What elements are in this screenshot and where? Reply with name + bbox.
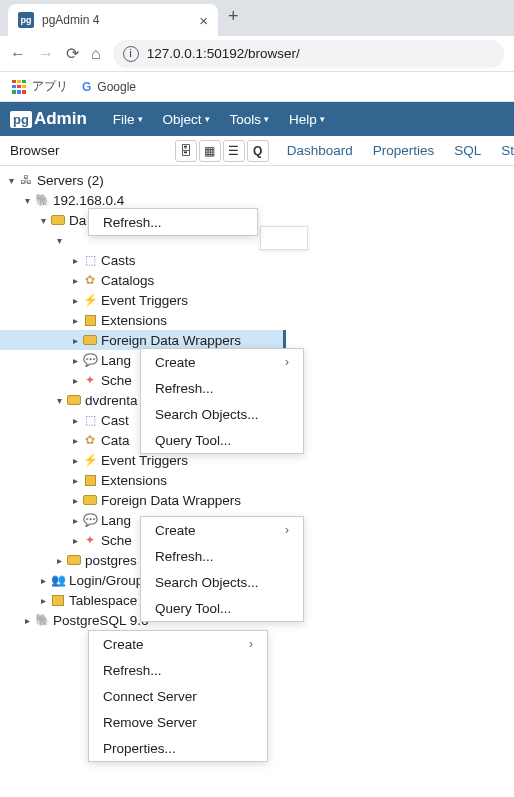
server-disconnected-icon: 🐘 [34, 612, 50, 628]
forward-icon: → [38, 45, 54, 63]
fdw-icon [83, 495, 97, 505]
tab-sql[interactable]: SQL [454, 143, 481, 158]
fdw-icon [83, 335, 97, 345]
apps-bookmark[interactable]: アプリ [12, 78, 68, 95]
pgadmin-favicon: pg [18, 12, 34, 28]
browser-tab[interactable]: pg pgAdmin 4 × [8, 4, 218, 36]
ctx-create2[interactable]: Create› [141, 517, 303, 543]
menu-object[interactable]: Object▾ [155, 108, 218, 131]
chevron-right-icon: › [285, 523, 289, 537]
tree-casts[interactable]: ▸⬚Casts [0, 250, 514, 270]
ctx-menu-db: Create› Refresh... Search Objects... Que… [140, 516, 304, 622]
elephant-icon: 🐘 [34, 192, 50, 208]
catalog-icon: ✿ [82, 272, 98, 288]
ctx-refresh[interactable]: Refresh... [89, 209, 257, 235]
database-icon [67, 395, 81, 405]
panel-header: Browser 🗄 ▦ ☰ Q Dashboard Properties SQL… [0, 136, 514, 166]
menu-help[interactable]: Help▾ [281, 108, 333, 131]
reload-icon[interactable]: ⟳ [66, 44, 79, 63]
bookmark-bar: アプリ G Google [0, 72, 514, 102]
extension-icon [85, 315, 96, 326]
pgadmin-logo[interactable]: pgAdmin [10, 109, 87, 129]
right-tabs: Dashboard Properties SQL St [275, 143, 514, 158]
catalog-icon: ✿ [82, 432, 98, 448]
tree-fdw2[interactable]: ▸Foreign Data Wrappers [0, 490, 514, 510]
schema-icon: ✦ [82, 532, 98, 548]
ctx-refresh2[interactable]: Refresh... [141, 375, 303, 401]
tree-servers[interactable]: ▾🖧Servers (2) [0, 170, 514, 190]
menu-tools[interactable]: Tools▾ [222, 108, 278, 131]
toolbar-search-icon[interactable]: Q [247, 140, 269, 162]
ctx-search[interactable]: Search Objects... [141, 401, 303, 427]
ctx-refresh3[interactable]: Refresh... [141, 543, 303, 569]
ctx-search2[interactable]: Search Objects... [141, 569, 303, 595]
url-input[interactable]: i 127.0.0.1:50192/browser/ [113, 40, 504, 68]
address-bar: ← → ⟳ ⌂ i 127.0.0.1:50192/browser/ [0, 36, 514, 72]
float-box [260, 226, 308, 250]
new-tab-button[interactable]: + [228, 6, 239, 31]
url-text: 127.0.0.1:50192/browser/ [147, 46, 300, 61]
chevron-right-icon: › [249, 637, 253, 651]
back-icon[interactable]: ← [10, 45, 26, 63]
login-icon: 👥 [50, 572, 66, 588]
extension-icon [85, 475, 96, 486]
tree-fdw-selected[interactable]: ▸Foreign Data Wrappers [0, 330, 286, 350]
close-icon[interactable]: × [199, 12, 208, 29]
ctx-menu-refresh: Refresh... [88, 208, 258, 236]
ctx-create3[interactable]: Create› [89, 631, 267, 657]
cast-icon: ⬚ [82, 252, 98, 268]
tab-title: pgAdmin 4 [42, 13, 99, 27]
browser-toolbar: 🗄 ▦ ☰ Q [175, 140, 269, 162]
ctx-query[interactable]: Query Tool... [141, 427, 303, 453]
browser-tab-strip: pg pgAdmin 4 × + [0, 0, 514, 36]
home-icon[interactable]: ⌂ [91, 45, 101, 63]
event-trigger-icon: ⚡ [82, 292, 98, 308]
ctx-menu-server: Create› Refresh... Connect Server Remove… [88, 630, 268, 762]
tree-extensions2[interactable]: ▸Extensions [0, 470, 514, 490]
chevron-right-icon: › [285, 355, 289, 369]
menu-file[interactable]: File▾ [105, 108, 151, 131]
ctx-connect[interactable]: Connect Server [89, 683, 267, 709]
browser-panel-title: Browser [0, 143, 175, 158]
toolbar-grid-icon[interactable]: ▦ [199, 140, 221, 162]
pgadmin-navbar: pgAdmin File▾ Object▾ Tools▾ Help▾ [0, 102, 514, 136]
tab-st[interactable]: St [501, 143, 514, 158]
google-icon: G [82, 80, 91, 94]
toolbar-filter-icon[interactable]: ☰ [223, 140, 245, 162]
tree-event-triggers[interactable]: ▸⚡Event Triggers [0, 290, 514, 310]
tree-extensions[interactable]: ▸Extensions [0, 310, 514, 330]
server-group-icon: 🖧 [18, 172, 34, 188]
ctx-create[interactable]: Create› [141, 349, 303, 375]
tab-properties[interactable]: Properties [373, 143, 435, 158]
tree-catalogs[interactable]: ▸✿Catalogs [0, 270, 514, 290]
toolbar-db-icon[interactable]: 🗄 [175, 140, 197, 162]
ctx-remove[interactable]: Remove Server [89, 709, 267, 735]
language-icon: 💬 [82, 352, 98, 368]
ctx-props[interactable]: Properties... [89, 735, 267, 761]
database-icon [67, 555, 81, 565]
tree-ip[interactable]: ▾🐘192.168.0.4 [0, 190, 514, 210]
tab-dashboard[interactable]: Dashboard [287, 143, 353, 158]
apps-icon [12, 80, 26, 94]
ctx-refresh4[interactable]: Refresh... [89, 657, 267, 683]
database-icon [51, 215, 65, 225]
cast-icon: ⬚ [82, 412, 98, 428]
info-icon[interactable]: i [123, 46, 139, 62]
event-trigger-icon: ⚡ [82, 452, 98, 468]
ctx-menu-fdw: Create› Refresh... Search Objects... Que… [140, 348, 304, 454]
language-icon: 💬 [82, 512, 98, 528]
tablespace-icon [52, 595, 64, 606]
google-bookmark[interactable]: G Google [82, 80, 136, 94]
ctx-query2[interactable]: Query Tool... [141, 595, 303, 621]
schema-icon: ✦ [82, 372, 98, 388]
